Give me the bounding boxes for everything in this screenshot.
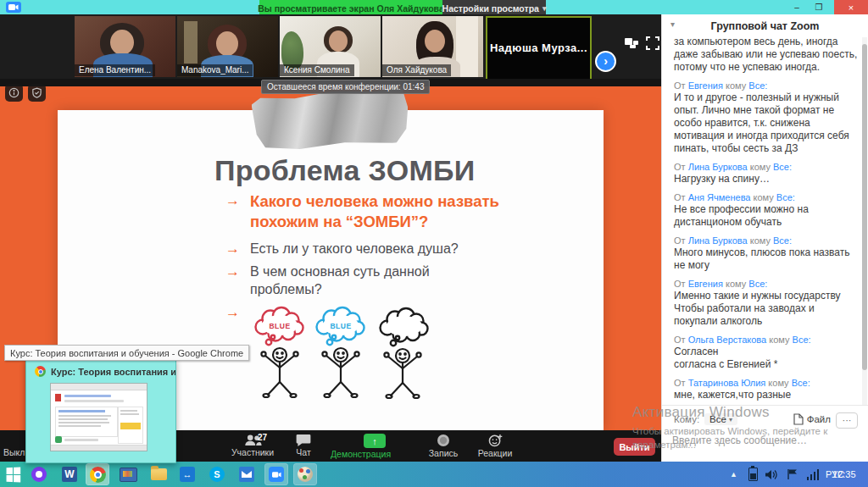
chat-panel-title: Групповой чат Zoom	[662, 20, 868, 32]
smiley-plus-icon	[488, 434, 503, 447]
bubble-label: BLUE	[330, 322, 351, 330]
sender-name: Евгения	[688, 279, 723, 289]
participants-button[interactable]: 27 Участники	[225, 434, 280, 457]
remaining-time-tooltip: Оставшееся время конференции: 01:43	[261, 80, 430, 94]
recipient-dropdown[interactable]: Все ▾	[704, 413, 737, 425]
gallery-view-icon[interactable]	[624, 36, 639, 50]
participant-face	[425, 30, 445, 53]
clock[interactable]: 12:35	[832, 462, 868, 487]
taskbar-preview-panel[interactable]: Курс: Теория воспитания и об…	[25, 359, 176, 463]
video-tile[interactable]: Manakova_Mari...	[177, 16, 278, 77]
bubble-label: BLUE	[269, 322, 290, 330]
zoom-camera-icon	[269, 467, 284, 482]
action-center-flag-icon[interactable]	[787, 462, 798, 487]
chat-message: От Евгения кому Все: И то и другое - пол…	[674, 80, 858, 155]
chat-message: От Татаринова Юлия кому Все: мне, кажетс…	[674, 378, 858, 401]
maximize-button[interactable]: ❐	[809, 0, 829, 14]
next-participants-button[interactable]: ›	[595, 51, 616, 72]
security-shield-icon[interactable]	[28, 84, 46, 102]
video-tile[interactable]: Оля Хайдукова	[382, 16, 483, 77]
slide-bullet: → Есть ли у такого человека душа?	[225, 240, 504, 258]
taskbar-app-explorer[interactable]	[147, 464, 170, 484]
scrollbar-thumb[interactable]	[862, 44, 867, 370]
close-button[interactable]: ×	[834, 0, 868, 14]
zoom-camera-icon	[6, 2, 21, 13]
taskbar-app-mail[interactable]	[236, 464, 258, 484]
bullet-text: Какого человека можно назвать похожим на…	[250, 191, 513, 232]
file-button[interactable]: Файл	[793, 413, 831, 425]
sender-name: Евгения	[688, 80, 723, 91]
display-app-icon	[120, 468, 137, 482]
taskbar-app-word[interactable]: W	[58, 464, 81, 484]
duct-tape-graphic	[251, 86, 410, 153]
participant-name-label: Ксения Смолина	[280, 64, 354, 76]
taskbar-app-chrome[interactable]	[86, 464, 108, 484]
chat-message: От Аня Ячменева кому Все: Не все професс…	[674, 192, 858, 229]
windows-logo-icon	[6, 467, 20, 482]
chat-message-list[interactable]: за компьютером весь день, иногда даже за…	[662, 37, 861, 406]
fullscreen-icon[interactable]	[646, 36, 660, 50]
taskbar-app-purple[interactable]	[28, 464, 50, 484]
message-text: мне, кажется,что разные	[674, 389, 858, 401]
tray-show-hidden-button[interactable]: ▲	[730, 462, 737, 487]
taskbar-app-palette[interactable]	[294, 464, 316, 484]
chat-bubble-icon	[296, 434, 311, 446]
message-header: От Татаринова Юлия кому Все:	[674, 378, 858, 388]
file-icon	[793, 413, 804, 425]
mini-text-line	[64, 395, 111, 397]
preview-page-thumbnail[interactable]	[50, 383, 147, 451]
network-signal-icon[interactable]	[807, 462, 820, 487]
slide-title: Проблема ЗОМБИ	[214, 154, 476, 187]
arrow-right-icon: →	[225, 263, 240, 298]
windows-taskbar: W ↔ S ▲ РУС 12:35	[0, 462, 868, 487]
stick-figures-illustration: BLUE BLUE	[248, 302, 434, 403]
taskbar-app-skype[interactable]: S	[206, 464, 228, 484]
mini-text-line	[64, 400, 124, 402]
reactions-button[interactable]: Реакции	[471, 434, 519, 458]
chat-message: От Лина Буркова кому Все: Нагрузку на сп…	[674, 162, 858, 185]
mini-text-line	[64, 439, 98, 441]
taskbar-app-zoom[interactable]	[265, 464, 287, 484]
participant-name-label: Надюша Мурза...	[487, 42, 590, 54]
mute-button-label-partial[interactable]: Выкл	[3, 447, 25, 457]
minimize-button[interactable]: –	[787, 0, 807, 14]
stick-figure	[384, 349, 420, 398]
chat-scrollbar[interactable]	[862, 37, 867, 406]
teamviewer-icon: ↔	[180, 467, 195, 482]
reactions-label: Реакции	[478, 448, 513, 458]
sender-name: Лина Буркова	[688, 162, 748, 172]
palette-icon	[298, 467, 313, 482]
chat-message-input[interactable]	[670, 434, 843, 447]
participants-video-strip: Елена Валентин... Manakova_Mari... Ксени…	[0, 14, 661, 79]
chevron-down-icon: ▾	[729, 416, 732, 423]
video-tile-active-speaker[interactable]: Надюша Мурза...	[486, 16, 592, 80]
mini-sidebar	[118, 407, 143, 444]
share-screen-icon: ↑	[364, 434, 386, 448]
video-tile[interactable]: Ксения Смолина	[280, 16, 381, 77]
taskbar-app-teamviewer[interactable]: ↔	[176, 464, 198, 484]
chat-message: От Лина Буркова кому Все: Много минусов,…	[674, 235, 858, 272]
meeting-info-icon[interactable]	[5, 84, 23, 102]
leave-meeting-button[interactable]: Выйти	[614, 438, 655, 456]
mini-browser-bar	[51, 384, 147, 390]
battery-icon[interactable]	[748, 462, 758, 487]
sender-name: Аня Ячменева	[688, 192, 751, 202]
start-button[interactable]	[2, 464, 24, 484]
chrome-icon	[90, 467, 106, 483]
slide-bullet: → В чем основная суть данной проблемы?	[225, 263, 504, 298]
chat-button[interactable]: Чат	[287, 434, 320, 457]
record-button[interactable]: Запись	[421, 434, 465, 458]
speaker-icon[interactable]	[765, 462, 778, 487]
video-tile[interactable]: Елена Валентин...	[75, 16, 175, 77]
taskbar-app-display[interactable]	[117, 464, 139, 484]
zoom-meeting-window: Вы просматриваете экран Оля Хайдукова На…	[0, 0, 868, 487]
message-header: От Лина Буркова кому Все:	[674, 235, 858, 246]
more-options-button[interactable]: ···	[836, 412, 858, 429]
participant-face	[216, 31, 238, 56]
chevron-right-icon: ›	[604, 54, 608, 68]
stick-figure	[322, 348, 359, 397]
message-text: Не все профессии можно на дистанционом о…	[674, 203, 858, 229]
taskbar-preview-tooltip: Курс: Теория воспитания и обучения - Goo…	[4, 345, 249, 361]
window-titlebar: Вы просматриваете экран Оля Хайдукова На…	[0, 0, 868, 14]
bullet-text: В чем основная суть данной проблемы?	[250, 263, 504, 298]
